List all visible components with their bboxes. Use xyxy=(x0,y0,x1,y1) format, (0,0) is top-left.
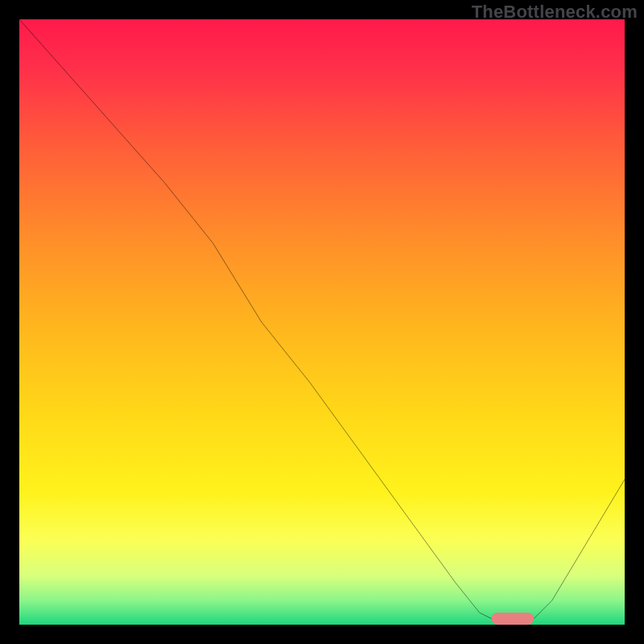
optimal-range-marker xyxy=(492,613,535,625)
chart-plot-area xyxy=(19,19,625,625)
chart-frame: TheBottleneck.com xyxy=(0,0,644,644)
heatmap-background xyxy=(19,19,625,625)
chart-svg xyxy=(19,19,625,625)
